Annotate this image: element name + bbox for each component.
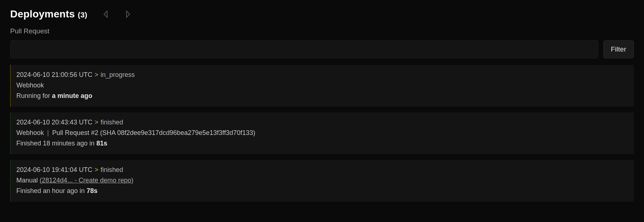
chevron-right-icon: > [92, 71, 101, 78]
deployment-trigger-row: Webhook [16, 81, 628, 90]
filter-input[interactable] [10, 40, 598, 58]
deployment-trigger: Webhook [16, 129, 44, 136]
prev-page-icon[interactable] [103, 10, 110, 18]
title-text: Deployments [10, 8, 75, 20]
deployment-header-row: 2024-06-10 21:00:56 UTC>in_progress [16, 70, 628, 80]
deployment-trigger: Manual [16, 177, 38, 184]
duration-value: a minute ago [52, 92, 92, 99]
filter-label: Pull Request [10, 26, 634, 37]
chevron-right-icon: > [92, 166, 101, 173]
deployment-timestamp: 2024-06-10 20:43:43 UTC [16, 119, 92, 126]
deployment-trigger: Webhook [16, 82, 44, 89]
deployment-header-row: 2024-06-10 20:43:43 UTC>finished [16, 118, 628, 127]
deployment-header-row: 2024-06-10 19:41:04 UTC>finished [16, 165, 628, 175]
filter-button[interactable]: Filter [603, 40, 634, 58]
deployment-card[interactable]: 2024-06-10 21:00:56 UTC>in_progressWebho… [10, 65, 634, 107]
deployment-card[interactable]: 2024-06-10 20:43:43 UTC>finishedWebhook … [10, 112, 634, 154]
next-page-icon[interactable] [126, 10, 132, 18]
duration-prefix: Finished 18 minutes ago in [16, 140, 96, 147]
separator: | [44, 129, 52, 136]
deployment-duration-row: Finished an hour ago in 78s [16, 186, 628, 196]
deployment-duration-row: Finished 18 minutes ago in 81s [16, 139, 628, 148]
chevron-right-icon: > [92, 119, 101, 126]
deployment-state: finished [101, 119, 123, 126]
duration-value: 81s [96, 140, 107, 147]
deployment-timestamp: 2024-06-10 21:00:56 UTC [16, 71, 92, 78]
deployment-state: in_progress [101, 71, 135, 78]
deployment-card[interactable]: 2024-06-10 19:41:04 UTC>finishedManual (… [10, 160, 634, 202]
pull-request-info: Pull Request #2 (SHA 08f2dee9e317dcd96be… [52, 129, 255, 136]
page-title: Deployments (3) [10, 7, 87, 22]
commit-link[interactable]: (28124d4... - Create demo repo) [40, 177, 133, 184]
deployment-timestamp: 2024-06-10 19:41:04 UTC [16, 166, 92, 173]
title-count: (3) [78, 11, 87, 19]
deployment-duration-row: Running for a minute ago [16, 91, 628, 101]
deployments-list: 2024-06-10 21:00:56 UTC>in_progressWebho… [10, 65, 634, 202]
deployment-trigger-row: Webhook | Pull Request #2 (SHA 08f2dee9e… [16, 128, 628, 138]
duration-prefix: Running for [16, 92, 52, 99]
duration-prefix: Finished an hour ago in [16, 187, 86, 194]
duration-value: 78s [86, 187, 97, 194]
deployment-trigger-row: Manual (28124d4... - Create demo repo) [16, 176, 628, 185]
deployment-state: finished [101, 166, 123, 173]
